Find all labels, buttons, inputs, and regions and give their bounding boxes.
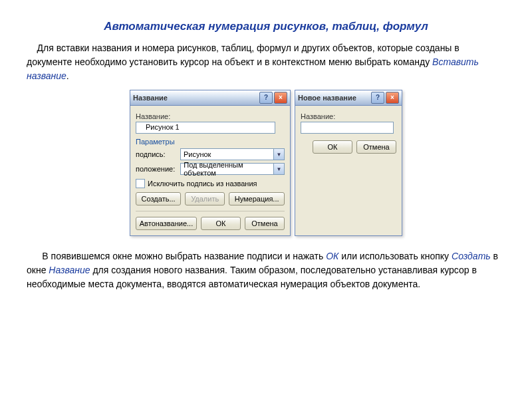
paragraph-1: Для вставки названия и номера рисунков, … xyxy=(27,41,505,83)
name-ref: Название xyxy=(49,265,90,275)
chevron-down-icon[interactable]: ▼ xyxy=(273,164,284,174)
caption-dialog-titlebar: Название ? × xyxy=(130,90,290,106)
para1-period: . xyxy=(66,70,69,81)
name-label: Название: xyxy=(136,112,285,120)
ok-button[interactable]: ОК xyxy=(201,217,241,230)
close-icon[interactable]: × xyxy=(386,92,399,104)
create-button[interactable]: Создать... xyxy=(136,192,181,205)
help-icon[interactable]: ? xyxy=(371,92,384,104)
parameters-section: Параметры xyxy=(136,138,285,146)
cancel-button[interactable]: Отмена xyxy=(245,217,285,230)
chevron-down-icon[interactable]: ▼ xyxy=(273,149,284,160)
page-heading: Автоматическая нумерация рисунков, табли… xyxy=(27,20,505,33)
caption-type-dropdown[interactable]: Рисунок ▼ xyxy=(180,148,285,160)
cancel-button[interactable]: Отмена xyxy=(356,140,396,154)
para2-b: или использовать кнопку xyxy=(338,251,452,261)
ok-button[interactable]: ОК xyxy=(313,140,352,154)
dialog-screenshots: Название ? × Название: Рисунок 1 Парамет… xyxy=(27,90,505,236)
para2-a: В появившемся окне можно выбрать названи… xyxy=(42,251,326,261)
numbering-button[interactable]: Нумерация... xyxy=(229,192,285,205)
close-icon[interactable]: × xyxy=(274,92,287,104)
delete-button: Удалить xyxy=(185,192,225,205)
new-name-label: Название: xyxy=(301,112,396,120)
position-value: Под выделенным объектом xyxy=(181,161,273,177)
caption-type-value: Рисунок xyxy=(181,150,273,158)
create-ref: Создать xyxy=(452,251,491,261)
auto-caption-button[interactable]: Автоназвание... xyxy=(136,217,197,230)
ok-ref: ОК xyxy=(326,251,338,261)
para1-text: Для вставки названия и номера рисунков, … xyxy=(27,43,460,67)
caption-dialog-title: Название xyxy=(133,94,258,102)
exclude-label-checkbox[interactable] xyxy=(136,179,145,188)
caption-type-label: подпись: xyxy=(136,150,175,158)
new-name-input[interactable] xyxy=(301,122,394,134)
caption-dialog: Название ? × Название: Рисунок 1 Парамет… xyxy=(130,90,291,236)
new-caption-dialog-title: Новое название xyxy=(298,94,370,102)
caption-name-input[interactable]: Рисунок 1 xyxy=(136,122,275,134)
exclude-label-text: Исключить подпись из названия xyxy=(148,180,257,188)
para2-d: для создания нового названия. Таким обра… xyxy=(27,265,477,289)
position-label: положение: xyxy=(136,165,175,173)
new-caption-dialog: Новое название ? × Название: ОК Отмена xyxy=(295,90,402,236)
position-dropdown[interactable]: Под выделенным объектом ▼ xyxy=(180,163,285,175)
paragraph-2: В появившемся окне можно выбрать названи… xyxy=(27,249,505,291)
help-icon[interactable]: ? xyxy=(259,92,273,104)
new-caption-dialog-titlebar: Новое название ? × xyxy=(295,90,402,106)
